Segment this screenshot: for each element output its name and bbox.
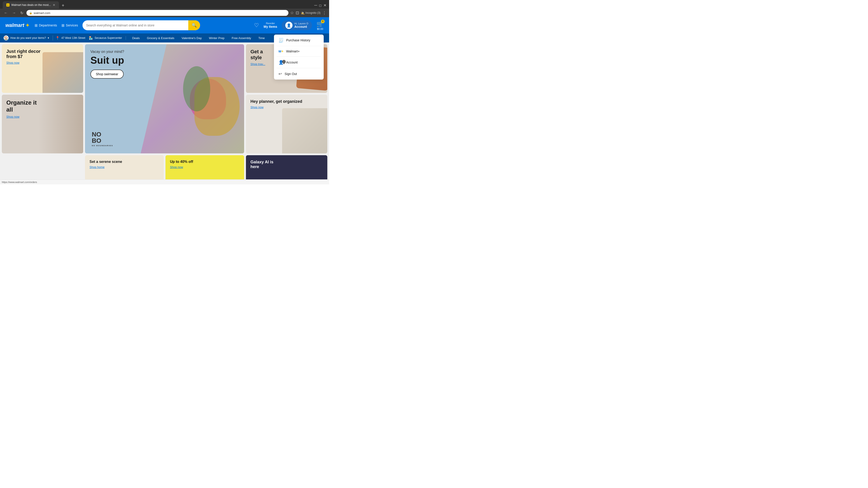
winter-prep-link[interactable]: Winter Prep — [205, 33, 228, 42]
sale-card: Up to 40% off Shop now — [165, 155, 244, 182]
walmart-plus-icon: w+ — [278, 49, 283, 53]
services-label: Services — [66, 24, 78, 27]
address-display[interactable]: 📍 47 West 13th Street 🏪 Secaucus Superce… — [56, 36, 126, 40]
planner-shop-link[interactable]: Shop now — [250, 105, 264, 109]
split-view-button[interactable]: ⊡ — [296, 10, 299, 15]
sign-out-icon: ↩ — [278, 71, 282, 76]
delivery-icon: 🏠 — [4, 35, 8, 40]
reorder-bottom-label: My Items — [264, 25, 277, 29]
sub-nav-links: Deals Grocery & Essentials Valentine's D… — [129, 33, 269, 42]
account-icon: 👤 — [278, 60, 283, 65]
walmart-plus-item[interactable]: w+ Walmart+ — [274, 46, 324, 57]
favicon-icon: W — [6, 3, 9, 6]
search-input[interactable] — [83, 24, 188, 27]
back-button[interactable]: ← — [3, 10, 9, 15]
walmart-header: walmart ✦ ⊞ Departments ⊞ Services 🔍 ♡ R… — [0, 17, 329, 33]
reorder-top-label: Reorder — [266, 22, 275, 25]
close-button[interactable]: ✕ — [323, 3, 327, 7]
restore-button[interactable]: ◻ — [319, 4, 322, 7]
brand-logo: NOBO NO BOUNDARIES — [92, 131, 113, 147]
shelf-decoration — [38, 95, 83, 153]
sign-out-item[interactable]: ↩ Sign Out — [274, 68, 324, 79]
delivery-label: How do you want your items? — [10, 36, 46, 39]
store-icon: 🏪 — [89, 36, 93, 40]
account-label: Account — [294, 25, 308, 29]
sale-title: Up to 40% off — [170, 160, 240, 164]
bookmark-button[interactable]: ☆ — [290, 10, 294, 15]
sign-out-label: Sign Out — [285, 72, 297, 76]
cart-price: $0.00 — [317, 28, 323, 30]
bottom-center-row: Set a serene scene Shop home Up to 40% o… — [85, 155, 244, 182]
lock-icon: 🔒 — [29, 11, 32, 14]
delivery-chevron-icon: ▾ — [48, 36, 49, 39]
address-bar[interactable]: 🔒 walmart.com — [26, 10, 288, 16]
hero-card: Vacay on your mind? Suit up Shop swimwea… — [85, 44, 244, 153]
url-text: walmart.com — [34, 11, 51, 15]
walmart-logo-text: walmart — [5, 22, 24, 28]
tab-title: Walmart has deals on the most... — [11, 3, 51, 6]
center-column: Vacay on your mind? Suit up Shop swimwea… — [85, 44, 244, 182]
tab-close-btn[interactable]: ✕ — [53, 3, 55, 7]
account-avatar: 👤 — [285, 22, 292, 29]
grocery-link[interactable]: Grocery & Essentials — [143, 33, 178, 42]
minimize-button[interactable]: ─ — [314, 3, 317, 8]
organize-card: Organize it all Shop now — [2, 95, 83, 153]
sale-shop-link[interactable]: Shop now — [170, 165, 183, 169]
status-url: https://www.walmart.com/orders — [2, 181, 37, 184]
left-column: Just right decor from $7 Shop now Organi… — [2, 44, 83, 182]
reorder-button[interactable]: Reorder My Items — [264, 22, 277, 29]
status-bar: https://www.walmart.com/orders — [0, 180, 329, 184]
services-icon: ⊞ — [61, 23, 64, 28]
cart-button[interactable]: 🛒 0 $0.00 — [316, 21, 324, 30]
account-item[interactable]: 👤 Account — [274, 57, 324, 68]
deals-link[interactable]: Deals — [129, 33, 143, 42]
address-bar-row: ← → ↻ 🔒 walmart.com ☆ ⊡ 🕵 Incognito (3) … — [0, 8, 329, 17]
planner-decoration — [282, 108, 327, 153]
swimsuit-green — [183, 66, 210, 111]
galaxy-card: Galaxy AI is here — [246, 155, 327, 182]
walmart-logo[interactable]: walmart ✦ — [5, 22, 30, 29]
account-greeting: Hi, Lauren D — [294, 22, 308, 25]
browser-tab[interactable]: W Walmart has deals on the most... ✕ — [3, 1, 59, 8]
store-text: Secaucus Supercenter — [94, 36, 122, 39]
planner-title: Hey planner, get organized — [250, 99, 323, 104]
departments-icon: ⊞ — [35, 23, 37, 28]
more-button[interactable]: ⋮ — [322, 10, 327, 15]
galaxy-title-2: here — [250, 164, 323, 169]
valentines-link[interactable]: Valentine's Day — [178, 33, 205, 42]
departments-nav[interactable]: ⊞ Departments — [35, 23, 57, 28]
incognito-icon: 🕵 — [301, 11, 305, 15]
new-tab-button[interactable]: + — [60, 2, 66, 8]
hero-shop-btn[interactable]: Shop swimwear — [90, 70, 124, 78]
delivery-selector[interactable]: 🏠 How do you want your items? ▾ — [4, 35, 53, 40]
walmart-plus-label: Walmart+ — [286, 50, 300, 53]
header-right: ♡ Reorder My Items 👤 Hi, Lauren D Accoun… — [254, 20, 324, 30]
reload-button[interactable]: ↻ — [19, 10, 25, 15]
planner-card: Hey planner, get organized Shop now — [246, 95, 327, 153]
time-link[interactable]: Time — [255, 33, 268, 42]
search-bar: 🔍 — [83, 20, 200, 30]
account-dropdown: 🧾 Purchase History w+ Walmart+ 👤 Account… — [274, 35, 324, 79]
incognito-label: Incognito (3) — [305, 11, 320, 14]
serene-shop-link[interactable]: Shop home — [90, 165, 105, 169]
services-nav[interactable]: ⊞ Services — [61, 23, 78, 28]
address-text: 47 West 13th Street — [61, 36, 85, 39]
address-pin-icon: 📍 — [56, 36, 59, 40]
account-text: Hi, Lauren D Account — [294, 22, 308, 29]
account-button[interactable]: 👤 Hi, Lauren D Account — [282, 20, 312, 30]
galaxy-title-1: Galaxy AI is — [250, 160, 323, 164]
wishlist-button[interactable]: ♡ — [254, 22, 259, 29]
serene-title: Set a serene scene — [90, 160, 159, 164]
purchase-history-icon: 🧾 — [278, 38, 283, 43]
purchase-history-item[interactable]: 🧾 Purchase History — [274, 35, 324, 46]
incognito-button[interactable]: 🕵 Incognito (3) — [301, 11, 320, 15]
search-button[interactable]: 🔍 — [188, 20, 200, 30]
serene-card: Set a serene scene Shop home — [85, 155, 164, 182]
purchase-history-label: Purchase History — [286, 38, 310, 42]
spark-icon: ✦ — [25, 22, 30, 29]
free-assembly-link[interactable]: Free Assembly — [228, 33, 255, 42]
decor-decoration — [42, 52, 83, 93]
account-dropdown-label: Account — [286, 61, 298, 64]
forward-button[interactable]: → — [11, 10, 17, 15]
cart-badge: 0 — [321, 20, 324, 23]
